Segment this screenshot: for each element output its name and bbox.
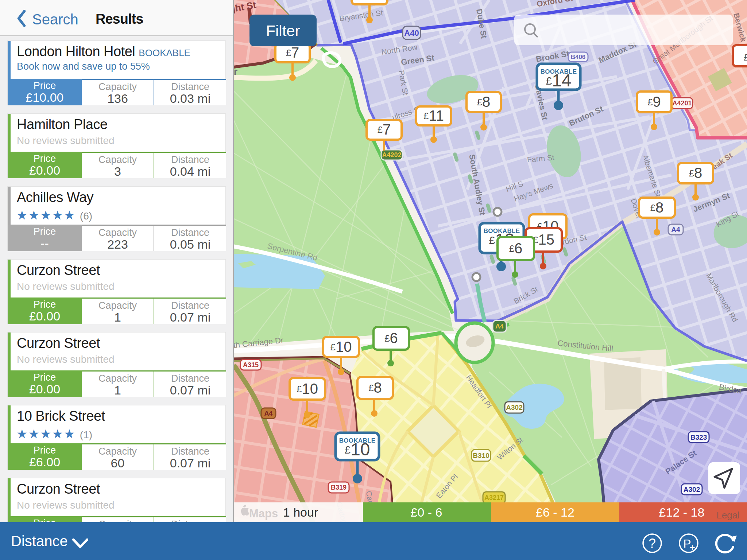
svg-text:£6 - 12: £6 - 12 bbox=[536, 505, 574, 519]
svg-text:A315: A315 bbox=[243, 361, 259, 369]
svg-text:A4202: A4202 bbox=[382, 151, 401, 159]
svg-text:B310: B310 bbox=[473, 452, 489, 459]
svg-text:A302: A302 bbox=[506, 404, 522, 411]
svg-text:£0 - 6: £0 - 6 bbox=[411, 505, 442, 519]
svg-text:B406: B406 bbox=[571, 54, 586, 61]
svg-text:A302: A302 bbox=[684, 486, 700, 493]
svg-text:B323: B323 bbox=[690, 433, 707, 441]
svg-text:1 hour: 1 hour bbox=[283, 505, 318, 519]
svg-text:B319: B319 bbox=[331, 484, 347, 491]
svg-text:A3217: A3217 bbox=[484, 494, 504, 501]
svg-text:Filter: Filter bbox=[266, 22, 300, 39]
svg-text:£12 - 18: £12 - 18 bbox=[659, 505, 705, 519]
svg-text:Maps: Maps bbox=[249, 507, 278, 520]
svg-text:A40: A40 bbox=[404, 28, 419, 38]
svg-text:A4: A4 bbox=[264, 410, 272, 417]
svg-text:?: ? bbox=[649, 536, 656, 551]
svg-text:A4201: A4201 bbox=[672, 100, 692, 107]
svg-text:r: r bbox=[234, 66, 237, 77]
svg-text:+: + bbox=[689, 542, 695, 553]
svg-text:A4: A4 bbox=[671, 226, 680, 233]
svg-text:£: £ bbox=[744, 52, 747, 63]
svg-text:Legal: Legal bbox=[716, 510, 740, 521]
svg-text:A4: A4 bbox=[495, 323, 504, 330]
